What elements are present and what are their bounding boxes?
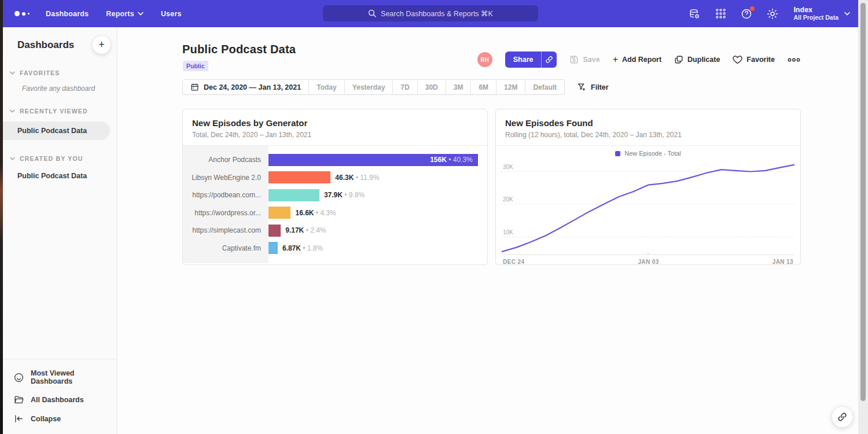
main-content: Public Podcast Data Public RH Share Save [117,27,858,434]
nav-link-dashboards[interactable]: Dashboards [46,10,89,18]
collapse-icon [14,414,24,424]
bar[interactable] [269,225,281,237]
bar[interactable] [269,207,290,219]
bar-row: https://simplecast.com9.17K • 2.4% [183,222,487,240]
card-title[interactable]: New Episodes Found [505,118,791,128]
heart-icon [733,55,742,64]
preset-yesterday[interactable]: Yesterday [344,80,393,94]
bar-value: 16.6K • 4.3% [295,209,336,217]
bar[interactable] [269,242,278,254]
add-dashboard-button[interactable]: + [92,35,111,54]
bar-track: 6.87K • 1.8% [269,240,487,258]
filter-button[interactable]: Filter [578,83,609,91]
x-tick: JAN 13 [773,259,793,265]
sidebar-footer: Most Viewed Dashboards All Dashboards Co… [3,359,117,434]
preset-3m[interactable]: 3M [446,80,471,94]
preset-12m[interactable]: 12M [496,80,525,94]
svg-text:20K: 20K [503,196,513,203]
card-subtitle: Total, Dec 24th, 2020 – Jan 13th, 2021 [192,131,478,139]
bar-track: 16.6K • 4.3% [269,204,487,222]
bar-chart-rows: Anchor Podcasts156K • 40.3%Libsyn WebEng… [183,146,487,257]
add-report-button[interactable]: + Add Report [613,55,661,64]
bar-track: 37.9K • 9.8% [269,186,487,204]
favorite-button[interactable]: Favorite [733,55,775,64]
page-scrollbar[interactable] [858,0,868,434]
collapse-sidebar-button[interactable]: Collapse [3,409,117,428]
bar-value: 37.9K • 9.8% [324,191,365,199]
line-chart-svg[interactable]: 10K20K30K [502,159,795,257]
bar-value: 6.87K • 1.8% [282,244,323,252]
search-icon [368,9,376,17]
bar-category-label: https://wordpress.or... [183,209,269,217]
bar-category-label: Libsyn WebEngine 2.0 [183,174,269,182]
section-created-by-you[interactable]: CREATED BY YOU [3,155,117,162]
most-viewed-dashboards-button[interactable]: Most Viewed Dashboards [3,365,117,390]
card-title[interactable]: New Episodes by Generator [192,118,478,128]
bar-track: 46.3K • 11.9% [269,169,487,187]
copy-link-floating-button[interactable] [832,406,853,428]
top-nav: Dashboards Reports Users Search Dashboar… [3,0,858,27]
bar-category-label: Captivate.fm [183,244,269,252]
bar[interactable] [269,189,319,201]
save-button[interactable]: Save [569,55,599,64]
sidebar-item-public-podcast-data-created[interactable]: Public Podcast Data [3,167,117,185]
line-chart: 10K20K30K [496,159,800,257]
bar-value: 9.17K • 2.4% [285,226,326,234]
date-filter-row: Dec 24, 2020 — Jan 13, 2021 Today Yester… [182,79,609,95]
app-logo[interactable] [14,11,30,16]
x-axis-labels: DEC 24 JAN 03 JAN 13 [496,257,800,265]
plus-icon: + [613,55,618,64]
filter-icon [578,83,586,91]
header-actions: RH Share Save + Add Report [477,52,800,68]
bar-chart: Anchor Podcasts156K • 40.3%Libsyn WebEng… [183,146,487,263]
card-new-episodes-by-generator: New Episodes by Generator Total, Dec 24t… [182,109,488,265]
all-dashboards-button[interactable]: All Dashboards [3,390,117,409]
preset-7d[interactable]: 7D [392,80,417,94]
smiley-icon [14,373,24,382]
preset-30d[interactable]: 30D [417,80,446,94]
link-icon [837,412,847,422]
save-icon [569,55,579,64]
section-recently-viewed[interactable]: RECENTLY VIEWED [3,108,117,115]
project-selector[interactable]: Index All Project Data [793,6,850,21]
chevron-down-icon [10,157,15,160]
chart-legend: New Episode - Total [496,146,800,159]
more-options-button[interactable] [788,58,800,62]
legend-label: New Episode - Total [624,150,681,157]
bar-row: https://wordpress.or...16.6K • 4.3% [183,204,487,222]
bar-value: 46.3K • 11.9% [335,174,379,182]
preset-default[interactable]: Default [525,80,564,94]
preset-6m[interactable]: 6M [470,80,496,94]
bar[interactable] [269,171,330,183]
chevron-down-icon [138,12,144,16]
avatar[interactable]: RH [477,52,492,67]
date-range-picker[interactable]: Dec 24, 2020 — Jan 13, 2021 [183,80,308,94]
bar-value: 156K • 40.3% [430,156,478,164]
project-subtitle: All Project Data [793,14,838,21]
project-name: Index [793,6,838,14]
chevron-down-icon [10,71,15,75]
settings-icon[interactable] [766,8,779,20]
page-title: Public Podcast Data [182,43,296,56]
bar-row: Captivate.fm6.87K • 1.8% [183,240,487,258]
bar[interactable]: 156K • 40.3% [269,154,478,166]
bar-row: Anchor Podcasts156K • 40.3% [183,151,487,169]
share-button[interactable]: Share [505,52,557,68]
data-management-icon[interactable] [688,8,701,20]
preset-today[interactable]: Today [308,80,344,94]
x-tick: DEC 24 [503,259,524,265]
help-icon[interactable] [740,8,753,20]
bar-row: Libsyn WebEngine 2.046.3K • 11.9% [183,169,487,187]
search-input[interactable]: Search Dashboards & Reports ⌘K [323,5,538,21]
card-subtitle: Rolling (12 hours), total, Dec 24th, 202… [505,131,791,139]
share-link-icon[interactable] [541,52,557,68]
duplicate-button[interactable]: Duplicate [674,55,720,64]
sidebar-title: Dashboards [17,39,74,51]
nav-link-users[interactable]: Users [161,10,182,18]
section-favorites[interactable]: FAVORITES [3,69,117,76]
apps-grid-icon[interactable] [714,8,727,20]
bar-category-label: Anchor Podcasts [183,156,269,164]
sidebar-item-public-podcast-data[interactable]: Public Podcast Data [3,122,110,140]
scrollbar-thumb[interactable] [860,3,866,401]
nav-link-reports[interactable]: Reports [106,10,144,18]
